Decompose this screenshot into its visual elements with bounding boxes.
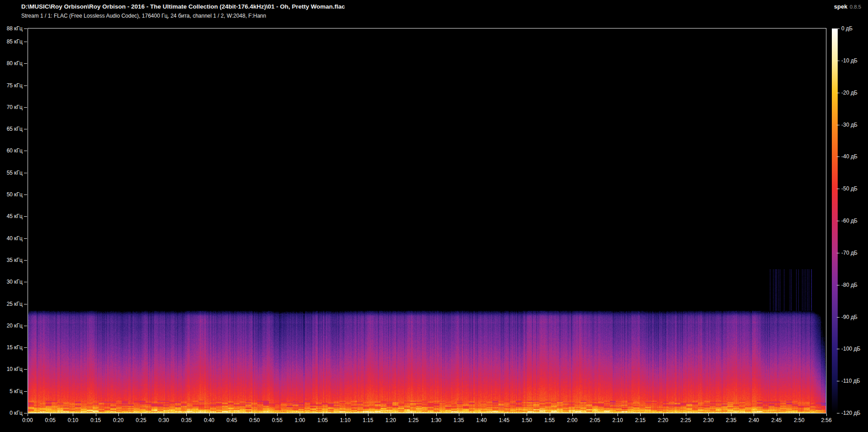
freq-tick-label: 60 кГц: [1, 147, 23, 154]
time-tick-label: 1:50: [514, 417, 539, 423]
time-tick-mark: [640, 413, 641, 416]
time-tick-mark: [345, 413, 346, 416]
time-tick-label: 1:00: [287, 417, 312, 423]
db-tick-label: -30 дБ: [841, 122, 858, 128]
time-tick-label: 2:30: [696, 417, 721, 423]
freq-tick-label: 5 кГц: [1, 388, 23, 394]
time-tick-mark: [572, 413, 573, 416]
freq-tick-mark: [24, 151, 27, 151]
db-tick-label: -70 дБ: [841, 250, 858, 256]
time-tick-mark: [595, 413, 595, 416]
freq-tick-label: 30 кГц: [1, 279, 23, 285]
db-tick-mark: [837, 253, 840, 253]
db-tick-label: -100 дБ: [841, 346, 860, 352]
time-tick-label: 2:20: [651, 417, 676, 423]
db-tick-label: -20 дБ: [841, 90, 858, 96]
freq-tick-label: 35 кГц: [1, 257, 23, 263]
time-tick-mark: [708, 413, 709, 416]
db-tick-mark: [837, 381, 840, 381]
time-tick-label: 1:05: [310, 417, 335, 423]
app-version: 0.8.5: [849, 4, 861, 9]
time-tick-mark: [731, 413, 731, 416]
freq-tick-label: 65 кГц: [1, 126, 23, 132]
db-tick-label: -60 дБ: [841, 218, 858, 224]
freq-tick-label: 85 кГц: [1, 38, 23, 45]
db-tick-label: 0 дБ: [841, 25, 853, 32]
db-tick-label: -40 дБ: [841, 153, 858, 160]
time-tick-label: 1:30: [424, 417, 449, 423]
time-tick-mark: [323, 413, 323, 416]
time-tick-label: 2:05: [582, 417, 608, 423]
file-path-title: D:\MUSIC\Roy Orbison\Roy Orbison - 2016 …: [21, 3, 345, 10]
freq-tick-label: 75 кГц: [1, 82, 23, 89]
time-tick-mark: [481, 413, 482, 416]
time-tick-mark: [141, 413, 142, 416]
freq-tick-mark: [24, 282, 27, 282]
time-tick-label: 0:10: [60, 417, 85, 423]
time-tick-label: 2:40: [741, 417, 766, 423]
db-tick-mark: [837, 221, 840, 221]
freq-tick-mark: [24, 391, 27, 392]
time-tick-mark: [504, 413, 505, 416]
freq-tick-label: 25 кГц: [1, 301, 23, 307]
time-tick-mark: [277, 413, 278, 416]
freq-tick-mark: [24, 347, 27, 348]
db-tick-label: -50 дБ: [841, 185, 858, 192]
time-tick-label: 2:25: [673, 417, 698, 423]
time-tick-mark: [391, 413, 391, 416]
time-tick-mark: [368, 413, 368, 416]
time-tick-mark: [118, 413, 119, 416]
time-tick-mark: [550, 413, 550, 416]
time-tick-label: 0:45: [219, 417, 245, 423]
freq-tick-mark: [24, 216, 27, 217]
time-tick-mark: [50, 413, 51, 416]
freq-tick-label: 45 кГц: [1, 213, 23, 219]
time-tick-mark: [459, 413, 459, 416]
freq-tick-mark: [24, 326, 27, 326]
freq-tick-mark: [24, 28, 27, 29]
time-tick-label: 0:05: [38, 417, 63, 423]
time-tick-mark: [96, 413, 96, 416]
spek-window: { "header": { "title": "D:\\MUSIC\\Roy O…: [0, 0, 868, 432]
time-tick-label: 2:10: [605, 417, 630, 423]
time-tick-label: 0:35: [174, 417, 199, 423]
db-tick-mark: [837, 61, 840, 61]
time-tick-label: 1:40: [469, 417, 494, 423]
app-name: spek: [834, 3, 848, 10]
time-tick-label: 2:56: [814, 417, 839, 423]
time-tick-label: 0:40: [197, 417, 222, 423]
db-tick-label: -90 дБ: [841, 314, 858, 320]
db-tick-label: -120 дБ: [841, 410, 860, 416]
freq-tick-label: 20 кГц: [1, 323, 23, 329]
time-tick-mark: [527, 413, 527, 416]
freq-tick-label: 80 кГц: [1, 60, 23, 66]
db-tick-mark: [837, 317, 840, 318]
db-tick-mark: [837, 125, 840, 125]
time-tick-mark: [413, 413, 414, 416]
freq-tick-mark: [24, 173, 27, 173]
time-tick-mark: [186, 413, 187, 416]
time-tick-label: 1:45: [491, 417, 517, 423]
time-tick-label: 1:15: [355, 417, 381, 423]
time-tick-mark: [436, 413, 437, 416]
time-tick-mark: [799, 413, 800, 416]
time-tick-mark: [255, 413, 255, 416]
time-tick-mark: [663, 413, 664, 416]
db-tick-mark: [837, 28, 840, 29]
time-tick-label: 2:00: [560, 417, 585, 423]
time-tick-mark: [209, 413, 210, 416]
time-tick-label: 0:15: [83, 417, 108, 423]
time-tick-label: 0:25: [128, 417, 154, 423]
db-tick-label: -110 дБ: [841, 378, 860, 384]
freq-tick-label: 50 кГц: [1, 191, 23, 198]
stream-info: Stream 1 / 1: FLAC (Free Lossless Audio …: [21, 13, 266, 19]
freq-tick-label: 70 кГц: [1, 104, 23, 110]
time-tick-label: 1:35: [446, 417, 472, 423]
freq-tick-mark: [24, 195, 27, 195]
time-tick-label: 0:50: [242, 417, 267, 423]
freq-tick-mark: [24, 42, 27, 42]
time-tick-label: 0:55: [264, 417, 290, 423]
freq-tick-label: 10 кГц: [1, 366, 23, 372]
time-tick-mark: [686, 413, 686, 416]
time-tick-mark: [232, 413, 232, 416]
